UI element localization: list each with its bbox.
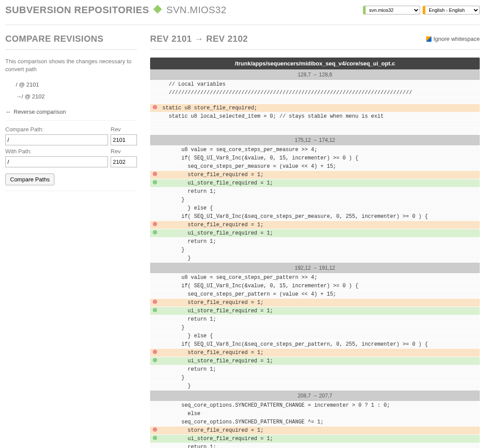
diff-row: } (150, 254, 480, 263)
file-path-header: /trunk/apps/sequencers/midibox_seq_v4/co… (150, 58, 480, 69)
with-path-label: With Path: (5, 148, 108, 155)
language-select[interactable]: English - English (423, 6, 480, 14)
diff-row: } else { (150, 332, 480, 340)
repo-select[interactable]: svn.mios32 (363, 6, 420, 14)
diff-row: u8 value = seq_core_steps_per_pattern >>… (150, 274, 480, 282)
diff-row: } (150, 382, 480, 390)
rev1-label: Rev (111, 126, 137, 133)
diff-row: static u8 store_file_required; (150, 104, 480, 112)
diff-row: store_file_required = 1; (150, 426, 480, 435)
compare-path-label: Compare Path: (5, 126, 108, 133)
diff-row: 175,12 → 174,12 (150, 135, 480, 146)
diff-row: ui_store_file_required = 1; (150, 435, 480, 443)
diff-row: store_file_required = 1; (150, 299, 480, 307)
diff-row (150, 97, 480, 104)
diff-row: ////////////////////////////////////////… (150, 89, 480, 97)
diff-row: // Local variables (150, 80, 480, 89)
page-title: SUBVERSION REPOSITORIES (5, 4, 149, 15)
cube-icon (153, 5, 162, 14)
diff-row: ui_store_file_required = 1; (150, 179, 480, 188)
diff-row: if( SEQ_UI_Var8_Inc(&value, 0, 15, incre… (150, 154, 480, 163)
diff-row: 128,7 → 128,6 (150, 69, 480, 80)
diff-row: u8 value = seq_core_steps_per_measure >>… (150, 146, 480, 154)
compare-description: This comparison shows the changes necess… (5, 58, 137, 73)
path-to: →/ @ 2102 (16, 90, 137, 102)
diff-row: } else { (150, 204, 480, 213)
rev1-input[interactable] (111, 134, 137, 145)
diff-row: if( SEQ_UI_Var8_Inc(&value, 0, 15, incre… (150, 282, 480, 290)
diff-row: store_file_required = 1; (150, 221, 480, 229)
diff-row: static u8 local_selected_item = 0; // st… (150, 112, 480, 121)
diff-row: seq_core_steps_per_measure = (value << 4… (150, 163, 480, 171)
repo-name[interactable]: SVN.MIOS32 (166, 4, 226, 15)
reverse-comparison-link[interactable]: ↔Reverse comparison (5, 108, 137, 115)
rev2-input[interactable] (111, 156, 137, 167)
diff-table: 128,7 → 128,6 // Local variables ///////… (150, 69, 480, 448)
compare-path-input[interactable] (5, 134, 108, 145)
diff-row (150, 121, 480, 128)
path-from: / @ 2101 (16, 79, 137, 90)
diff-row: seq_core_steps_per_pattern = (value << 4… (150, 290, 480, 299)
diff-row: return 1; (150, 315, 480, 324)
with-path-input[interactable] (5, 156, 108, 167)
diff-row: seq_core_options.SYNCHED_PATTERN_CHANGE … (150, 401, 480, 410)
diff-title: REV 2101 → REV 2102 (150, 34, 248, 44)
diff-row: } (150, 374, 480, 382)
diff-row: return 1; (150, 238, 480, 246)
diff-row: ui_store_file_required = 1; (150, 357, 480, 365)
ignore-whitespace-link[interactable]: Ignore whitespace (426, 36, 480, 42)
diff-row: store_file_required = 1; (150, 349, 480, 357)
whitespace-icon (426, 36, 431, 42)
diff-row: } (150, 324, 480, 332)
diff-row: else (150, 410, 480, 418)
diff-row: seq_core_options.SYNCHED_PATTERN_CHANGE … (150, 418, 480, 426)
rev2-label: Rev (111, 148, 137, 155)
diff-row: if( SEQ_UI_Var8_Inc(&seq_core_steps_per_… (150, 213, 480, 221)
diff-row: 192,12 → 191,12 (150, 263, 480, 274)
diff-row: store_file_required = 1; (150, 171, 480, 179)
diff-row: } (150, 196, 480, 204)
diff-row: if( SEQ_UI_Var8_Inc(&seq_core_steps_per_… (150, 340, 480, 349)
diff-row: return 1; (150, 443, 480, 448)
compare-paths-button[interactable]: Compare Paths (5, 173, 54, 185)
diff-row: ui_store_file_required = 1; (150, 307, 480, 315)
left-title: COMPARE REVISIONS (5, 34, 137, 44)
diff-row: return 1; (150, 188, 480, 196)
diff-row: return 1; (150, 365, 480, 374)
diff-row: ui_store_file_required = 1; (150, 229, 480, 238)
diff-row (150, 128, 480, 135)
diff-row: 208,7 → 207,7 (150, 390, 480, 401)
diff-row: } (150, 246, 480, 254)
